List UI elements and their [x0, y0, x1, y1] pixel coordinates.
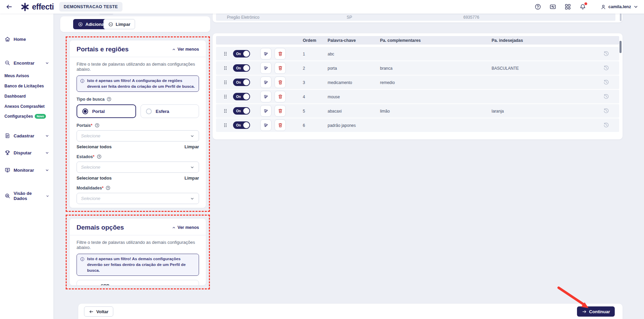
delete-button[interactable]	[275, 119, 286, 131]
sidebar-item-configuracoes[interactable]: Configurações Novo	[4, 114, 46, 119]
toggle-label: On	[236, 81, 241, 84]
sidebar-item-banco-de-licitacoes[interactable]: Banco de Licitações	[4, 84, 44, 88]
clear-link[interactable]: Limpar	[184, 207, 199, 208]
edit-button[interactable]	[260, 48, 271, 60]
edit-button[interactable]	[260, 62, 271, 74]
help-icon[interactable]	[105, 185, 111, 190]
drag-handle-icon[interactable]	[223, 50, 228, 57]
portais-regioes-panel: Portais e regiões Ver menos Filtre o tes…	[70, 40, 206, 208]
back-button[interactable]: Voltar	[84, 306, 113, 317]
modalidades-select[interactable]: Selecione	[77, 193, 199, 204]
notifications-button[interactable]	[579, 3, 586, 10]
help-icon[interactable]	[534, 3, 541, 10]
required-mark: *	[91, 123, 93, 128]
panel-title: Demais opções	[77, 224, 124, 231]
drag-handle-icon[interactable]	[223, 79, 228, 86]
estados-select[interactable]: Selecione	[77, 162, 199, 173]
toggle-label: On	[236, 66, 241, 70]
history-icon[interactable]	[603, 50, 610, 57]
select-all-link[interactable]: Selecionar todos	[77, 175, 112, 181]
help-icon[interactable]	[106, 97, 112, 102]
select-all-link[interactable]: Selecionar todos	[77, 144, 112, 149]
chevron-down-icon	[45, 61, 49, 65]
row-toggle[interactable]: On	[233, 93, 250, 100]
delete-button[interactable]	[275, 62, 286, 74]
edit-button[interactable]	[260, 77, 271, 88]
delete-button[interactable]	[275, 105, 286, 117]
chevron-up-icon	[172, 225, 176, 230]
edit-button[interactable]	[260, 105, 271, 117]
sidebar-item-meus-avisos[interactable]: Meus Avisos	[4, 73, 29, 78]
delete-button[interactable]	[275, 48, 286, 60]
radio-dot-selected	[82, 108, 88, 114]
sidebar-item-anexos-comprasnet[interactable]: Anexos ComprasNet	[4, 104, 45, 109]
ver-menos-button[interactable]: Ver menos	[172, 47, 199, 52]
sidebar-subitem-label: Configurações	[4, 114, 33, 119]
history-icon[interactable]	[603, 65, 610, 71]
clear-link[interactable]: Limpar	[184, 144, 199, 149]
info-banner: Isto é apenas um filtro! A configuração …	[77, 75, 199, 92]
drag-handle-icon[interactable]	[223, 122, 228, 129]
notification-dot	[584, 2, 587, 5]
required-mark: *	[93, 154, 95, 159]
edit-button[interactable]	[260, 91, 271, 102]
sidebar-item-monitorar[interactable]: Monitorar	[4, 167, 49, 173]
table-header-row: Ordem Palavra-chave Pa. complementares P…	[216, 36, 619, 45]
integrations-icon[interactable]	[549, 3, 556, 10]
sidebar-item-visao-de-dados[interactable]: Visão de Dados	[4, 191, 49, 201]
history-icon[interactable]	[603, 93, 610, 100]
keywords-table-card: Ordem Palavra-chave Pa. complementares P…	[213, 33, 623, 139]
sidebar-item-home[interactable]: Home	[4, 36, 49, 42]
back-arrow-icon[interactable]	[5, 3, 13, 11]
select-all-link[interactable]: Selecionar todos	[77, 207, 112, 208]
row-toggle[interactable]: On	[233, 79, 250, 86]
panel-description: Filtre o teste de palavras utilizando as…	[77, 62, 199, 72]
help-icon[interactable]	[95, 123, 100, 128]
ver-menos-button[interactable]: Ver menos	[172, 225, 199, 230]
help-icon[interactable]	[97, 154, 102, 159]
delete-button[interactable]	[275, 77, 286, 88]
sidebar-subitem-label: Banco de Licitações	[4, 84, 44, 88]
continue-button[interactable]: Continuar	[577, 306, 615, 317]
radio-esfera[interactable]: Esfera	[141, 104, 199, 118]
scrolled-cell-modalidade: Pregão Eletrônico	[227, 15, 259, 20]
user-menu[interactable]: camila.lenz	[600, 4, 639, 10]
sidebar-item-dashboard[interactable]: Dashboard	[4, 94, 26, 99]
chevron-down-icon	[45, 151, 49, 155]
cell-indesejadas: BASCULANTE	[492, 66, 519, 71]
portais-select[interactable]: Selecione	[77, 130, 199, 141]
history-icon[interactable]	[603, 122, 610, 129]
table-row: On 4 mouse	[216, 90, 619, 103]
clear-button[interactable]: Limpar	[103, 19, 135, 29]
scrollbar-thumb[interactable]	[620, 13, 622, 21]
panel-title: Portais e regiões	[77, 46, 129, 53]
table-scrollbar-thumb[interactable]	[620, 41, 622, 53]
topbar-actions: camila.lenz	[534, 3, 639, 10]
drag-handle-icon[interactable]	[223, 93, 228, 100]
row-toggle[interactable]: On	[233, 121, 250, 129]
history-icon[interactable]	[603, 79, 610, 86]
clear-link[interactable]: Limpar	[184, 175, 199, 181]
row-toggle[interactable]: On	[233, 64, 250, 72]
arrow-left-icon	[89, 309, 94, 314]
row-toggle[interactable]: On	[233, 107, 250, 115]
edit-icon	[263, 94, 269, 99]
delete-button[interactable]	[275, 91, 286, 102]
radio-portal[interactable]: Portal	[77, 104, 136, 118]
toggle-label: On	[236, 123, 241, 127]
chart-search-icon	[4, 193, 11, 199]
sidebar-item-encontrar[interactable]: Encontrar	[4, 60, 49, 66]
sidebar-item-disputar[interactable]: Disputar	[4, 150, 49, 156]
chevron-down-icon	[633, 4, 639, 10]
apps-grid-icon[interactable]	[564, 3, 571, 10]
edit-icon	[263, 51, 269, 56]
history-icon[interactable]	[603, 107, 610, 114]
edit-icon	[263, 80, 269, 85]
drag-handle-icon[interactable]	[223, 65, 228, 71]
info-banner-text: Isto é apenas um filtro! As demais confi…	[87, 256, 196, 273]
sidebar-item-cadastrar[interactable]: Cadastrar	[4, 133, 49, 139]
row-toggle[interactable]: On	[233, 50, 250, 57]
drag-handle-icon[interactable]	[223, 107, 228, 114]
edit-button[interactable]	[260, 119, 271, 131]
scrolled-cell-uf: SP	[347, 15, 352, 20]
